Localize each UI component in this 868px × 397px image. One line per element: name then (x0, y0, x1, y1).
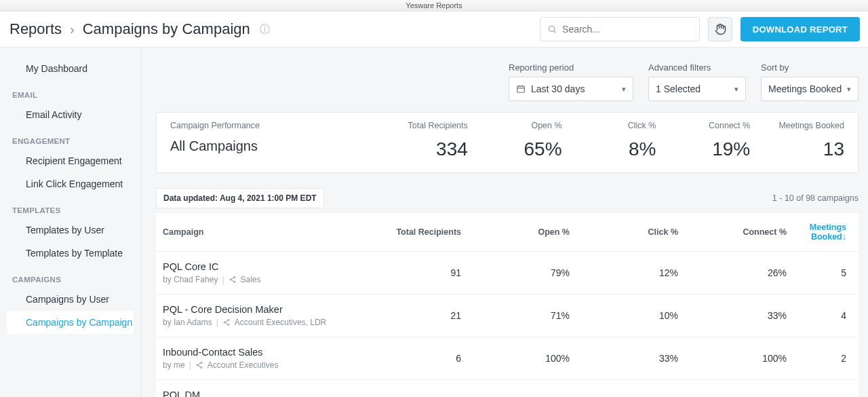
select-advanced-filters[interactable]: 1 Selected ▾ (648, 77, 746, 101)
sidebar-item-link-click-engagement[interactable]: Link Click Engagement (7, 172, 134, 195)
svg-point-18 (201, 367, 202, 368)
sidebar-item-templates-by-user[interactable]: Templates by User (7, 219, 134, 242)
svg-rect-2 (517, 86, 525, 92)
sidebar-item-campaigns-by-user[interactable]: Campaigns by User (7, 288, 134, 311)
search-input-wrap[interactable] (540, 17, 700, 41)
summary-label-connect: Connect % (656, 121, 750, 130)
summary-label-click: Click % (562, 121, 656, 130)
sidebar-section-engagement: ENGAGEMENT (0, 126, 140, 149)
search-input[interactable] (562, 24, 692, 35)
filter-label-advanced: Advanced filters (648, 62, 746, 73)
row-campaign-name: PQL DM (163, 390, 366, 397)
filter-advanced: Advanced filters 1 Selected ▾ (648, 62, 746, 101)
filter-label-period: Reporting period (509, 62, 633, 73)
sidebar-item-templates-by-template[interactable]: Templates by Template (7, 242, 134, 265)
svg-line-14 (225, 320, 228, 322)
search-icon (547, 24, 557, 35)
breadcrumb: Reports › Campaigns by Campaign ⓘ (8, 20, 270, 38)
table-row[interactable]: PQL - Core Decision Makerby Ian Adams|Ac… (156, 295, 859, 337)
row-meetings: 2 (787, 353, 852, 364)
row-connect: 33% (678, 310, 787, 321)
row-by: by me (163, 360, 185, 370)
filter-sort: Sort by Meetings Booked ▾ (761, 62, 859, 101)
sidebar-item-my-dashboard[interactable]: My Dashboard (7, 57, 134, 80)
summary-value-total: 334 (374, 138, 468, 160)
svg-line-9 (231, 278, 234, 280)
breadcrumb-root[interactable]: Reports (9, 20, 62, 38)
celebrate-button[interactable] (708, 17, 732, 41)
svg-line-10 (231, 280, 234, 282)
row-open: 100% (461, 353, 570, 364)
row-meetings: 5 (787, 267, 852, 278)
col-header-campaign[interactable]: Campaign (163, 227, 366, 237)
header-right: DOWNLOAD REPORT (540, 17, 860, 41)
row-click: 12% (570, 267, 678, 278)
chevron-right-icon: › (70, 22, 75, 37)
svg-line-15 (225, 323, 228, 325)
summary-value-performance: All Campaigns (170, 138, 374, 154)
svg-point-0 (549, 26, 554, 31)
main-content: Reporting period Last 30 days ▾ Advanced… (141, 48, 868, 397)
data-updated-value: Aug 4, 2021 1:00 PM EDT (220, 193, 317, 203)
row-team: Account Executives, LDR (235, 318, 326, 327)
svg-point-8 (234, 282, 235, 283)
row-meetings: 4 (787, 310, 852, 321)
svg-point-13 (228, 324, 229, 326)
row-total: 6 (366, 353, 461, 364)
sidebar-section-templates: TEMPLATES (0, 195, 140, 219)
row-connect: 26% (678, 267, 787, 278)
row-campaign-name: PQL - Core Decision Maker (163, 304, 366, 315)
select-sort-by[interactable]: Meetings Booked ▾ (761, 77, 859, 101)
summary-value-connect: 19% (656, 138, 750, 160)
svg-point-6 (234, 277, 235, 278)
data-updated-pill: Data updated: Aug 4, 2021 1:00 PM EDT (156, 188, 324, 208)
filter-value-sort: Meetings Booked (768, 83, 842, 94)
row-meta: by Ian Adams|Account Executives, LDR (163, 318, 366, 327)
col-header-meetings[interactable]: Meetings Booked↓ (787, 223, 852, 242)
svg-point-11 (228, 320, 229, 321)
table-row[interactable]: PQL Core ICby Chad Fahey|Sales9179%12%26… (156, 252, 859, 295)
row-connect: 100% (678, 353, 787, 364)
col-header-connect[interactable]: Connect % (678, 227, 787, 237)
info-icon[interactable]: ⓘ (260, 23, 270, 36)
table-row[interactable]: Inbound-Contact Salesby me|Account Execu… (156, 337, 859, 380)
col-header-open[interactable]: Open % (461, 227, 570, 237)
chevron-down-icon: ▾ (847, 85, 851, 94)
table-row[interactable]: PQL DMby Chad Fahey|Sales3381%3%12%1 (156, 380, 859, 397)
row-open: 71% (461, 310, 570, 321)
svg-point-16 (201, 362, 202, 364)
col-header-total[interactable]: Total Recipients (366, 227, 461, 237)
campaigns-table: Campaign Total Recipients Open % Click %… (156, 212, 859, 397)
summary-value-open: 65% (468, 138, 562, 160)
svg-line-19 (198, 363, 201, 365)
svg-line-1 (554, 31, 556, 33)
chevron-down-icon: ▾ (622, 85, 626, 94)
chevron-down-icon: ▾ (734, 85, 738, 94)
row-campaign-name: PQL Core IC (163, 261, 366, 272)
filter-value-advanced: 1 Selected (656, 83, 701, 94)
sidebar-item-campaigns-by-campaign[interactable]: Campaigns by Campaign (7, 311, 134, 334)
summary-value-meetings: 13 (750, 138, 844, 160)
col-header-click[interactable]: Click % (570, 227, 678, 237)
subbar: Data updated: Aug 4, 2021 1:00 PM EDT 1 … (156, 188, 859, 208)
row-total: 91 (366, 267, 461, 278)
download-report-button[interactable]: DOWNLOAD REPORT (741, 17, 860, 41)
svg-point-17 (197, 364, 198, 366)
summary-value-click: 8% (562, 138, 656, 160)
row-team: Account Executives (208, 360, 279, 370)
filter-reporting-period: Reporting period Last 30 days ▾ (509, 62, 633, 101)
select-reporting-period[interactable]: Last 30 days ▾ (509, 77, 633, 101)
sidebar-section-campaigns: CAMPAIGNS (0, 265, 140, 288)
row-meta: by me|Account Executives (163, 360, 366, 370)
row-click: 33% (570, 353, 678, 364)
share-icon (195, 361, 203, 369)
sidebar-item-recipient-engagement[interactable]: Recipient Engagement (7, 149, 134, 172)
calendar-icon (516, 84, 526, 94)
sidebar-section-email: EMAIL (0, 80, 140, 103)
summary-label-meetings: Meetings Booked (750, 121, 844, 130)
sidebar-item-email-activity[interactable]: Email Activity (7, 103, 134, 126)
summary-panel: Campaign Performance All Campaigns Total… (156, 112, 859, 173)
filter-value-period: Last 30 days (531, 83, 585, 94)
breadcrumb-page: Campaigns by Campaign (83, 20, 250, 38)
row-click: 10% (570, 310, 678, 321)
